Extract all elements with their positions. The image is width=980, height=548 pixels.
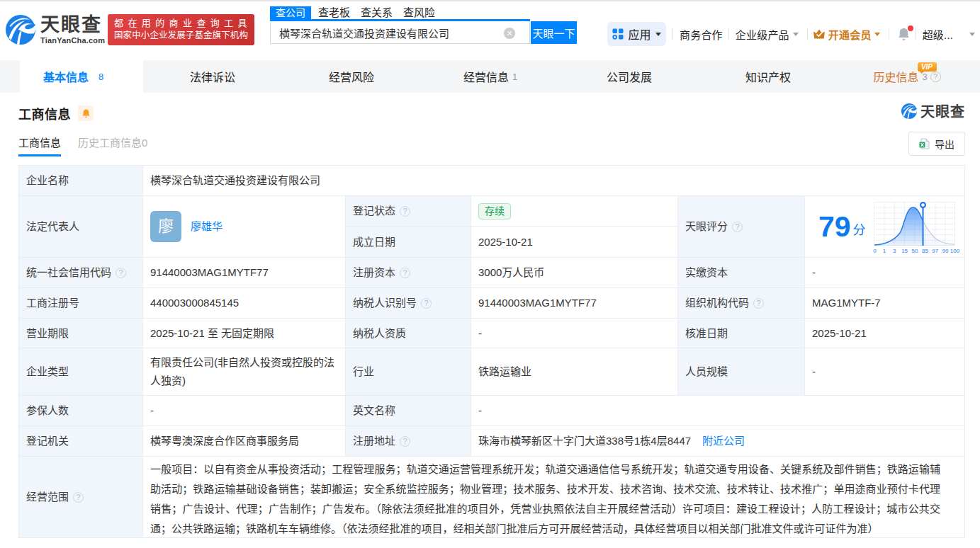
- subtab-history-business-info[interactable]: 历史工商信息0: [78, 135, 147, 156]
- help-icon[interactable]: ?: [421, 298, 432, 309]
- tab-label: 公司发展: [607, 68, 652, 85]
- value-english-name: -: [471, 396, 965, 426]
- text-reg-capital-value: 3000万人民币: [478, 263, 544, 282]
- tab-operation-risk[interactable]: 经营风险: [282, 60, 421, 93]
- score-value: 79 分: [818, 213, 866, 241]
- tab-intellectual-property[interactable]: 知识产权: [699, 60, 838, 93]
- text-approval-date-value: 2025-10-21: [812, 324, 867, 343]
- separator: [889, 28, 889, 40]
- watermark-text: 天眼查: [920, 101, 965, 121]
- label-approval-date: 核准日期: [678, 319, 805, 348]
- crown-icon: [813, 28, 826, 40]
- user-menu[interactable]: 超级...: [923, 27, 954, 42]
- svg-text:3: 3: [893, 248, 896, 253]
- help-icon[interactable]: ?: [73, 492, 84, 503]
- header-menu: 应用 商务合作 企业级产品 开通会员 超级...: [607, 22, 975, 46]
- svg-text:97: 97: [932, 248, 938, 253]
- help-icon[interactable]: ?: [732, 222, 743, 232]
- value-staff-size: -: [805, 348, 965, 396]
- svg-text:50: 50: [911, 248, 918, 253]
- value-legal-rep: 廖 廖雄华: [143, 196, 346, 258]
- search-input[interactable]: [271, 27, 497, 39]
- label-org-code: 组织机构代码?: [678, 288, 805, 319]
- help-icon[interactable]: ?: [116, 268, 126, 278]
- value-insured-count: -: [143, 396, 346, 426]
- label-taxpayer-quality: 纳税人资质: [346, 319, 471, 348]
- label-company-type: 企业类型: [19, 348, 143, 396]
- value-establish-date: 2025-10-21: [471, 227, 678, 258]
- legal-rep-link[interactable]: 廖雄华: [191, 217, 223, 236]
- value-reg-capital: 3000万人民币: [471, 258, 678, 288]
- export-label: 导出: [935, 137, 954, 151]
- search-tab-company[interactable]: 查公司: [270, 6, 311, 19]
- search-tab-risk[interactable]: 查风险: [403, 6, 435, 19]
- subscribe-bell-button[interactable]: [78, 105, 94, 121]
- logo-en: TianYanCha.com: [40, 36, 105, 45]
- text-business-scope-label: 经营范围: [26, 488, 69, 506]
- help-icon[interactable]: ?: [400, 206, 410, 217]
- enterprise-caret-icon: [793, 33, 799, 36]
- value-reg-number: 440003000845145: [143, 288, 346, 319]
- legal-rep-avatar[interactable]: 廖: [150, 211, 181, 242]
- text-english-name-label: 英文名称: [353, 401, 395, 420]
- label-reg-address: 注册地址?: [346, 426, 471, 457]
- tab-company-development[interactable]: 公司发展: [560, 60, 699, 93]
- separator: [728, 28, 729, 40]
- user-caret-icon[interactable]: [969, 33, 975, 36]
- export-button[interactable]: 导出: [908, 132, 965, 156]
- text-paid-capital-value: -: [812, 263, 816, 282]
- label-english-name: 英文名称: [346, 396, 471, 426]
- clear-search-icon[interactable]: ✕: [504, 28, 515, 39]
- open-vip-menu[interactable]: 开通会员: [813, 27, 880, 42]
- text-reg-number-label: 工商注册号: [26, 294, 79, 312]
- text-taxpayer-quality-label: 纳税人资质: [353, 324, 406, 343]
- separator: [807, 28, 808, 40]
- tab-basic-info[interactable]: 基本信息 8: [20, 60, 143, 93]
- business-coop-link[interactable]: 商务合作: [680, 27, 723, 42]
- notifications-button[interactable]: [897, 27, 911, 41]
- search-tab-boss[interactable]: 查老板: [318, 6, 350, 19]
- enterprise-products-menu[interactable]: 企业级产品: [736, 27, 799, 42]
- subtabs: 工商信息 历史工商信息0: [18, 135, 147, 156]
- help-icon[interactable]: ?: [400, 436, 410, 447]
- label-establish-date: 成立日期: [346, 227, 471, 258]
- label-staff-size: 人员规模: [678, 348, 805, 396]
- help-icon[interactable]: ?: [753, 298, 764, 309]
- text-legal-rep-avatar: 廖: [158, 217, 174, 236]
- logo-text[interactable]: 天眼查 TianYanCha.com: [40, 14, 105, 45]
- search-tab-relation[interactable]: 查关系: [361, 6, 393, 19]
- text-insured-count-label: 参保人数: [26, 401, 69, 420]
- tab-label: 基本信息: [43, 68, 89, 85]
- text-staff-size-value: -: [812, 363, 816, 381]
- value-company-name: 横琴深合轨道交通投资建设有限公司: [143, 166, 965, 196]
- search-button[interactable]: 天眼一下: [531, 21, 577, 44]
- tab-legal[interactable]: 法律诉讼: [143, 60, 282, 93]
- text-paid-capital-label: 实缴资本: [685, 263, 728, 282]
- enterprise-products-label: 企业级产品: [736, 27, 789, 42]
- text-company-name-value: 横琴深合轨道交通投资建设有限公司: [150, 171, 320, 190]
- label-credit-code: 统一社会信用代码?: [19, 258, 143, 288]
- text-english-name-value: -: [478, 401, 482, 420]
- value-credit-code: 91440003MAG1MYTF77: [143, 258, 346, 288]
- text-taxpayer-id-label: 纳税人识别号: [353, 294, 417, 312]
- nearby-companies-link[interactable]: 附近公司: [702, 432, 745, 450]
- svg-text:85: 85: [922, 248, 928, 253]
- apps-grid-icon: [612, 28, 624, 40]
- tab-label: 知识产权: [745, 68, 791, 85]
- tab-operation-info[interactable]: 经营信息 1: [421, 60, 560, 93]
- tianyancha-logo-icon[interactable]: [6, 15, 35, 45]
- text-reg-authority-label: 登记机关: [26, 432, 69, 450]
- logo-cn: 天眼查: [40, 14, 105, 35]
- top-header: 天眼查 TianYanCha.com 都在用的商业查询工具 国家中小企业发展子基…: [0, 1, 980, 60]
- tab-history-info[interactable]: 历史信息 3 ? VIP: [838, 60, 976, 93]
- help-icon[interactable]: ?: [400, 268, 410, 278]
- apps-menu[interactable]: 应用: [607, 22, 666, 46]
- section-header-row: 工商信息: [18, 104, 94, 122]
- search-tabs: 查公司 查老板 查关系 查风险: [270, 6, 576, 19]
- help-icon[interactable]: ?: [930, 72, 941, 82]
- brand-slogan-banner: 都在用的商业查询工具 国家中小企业发展子基金旗下机构: [108, 14, 254, 45]
- company-nav-tabs: 基本信息 8 法律诉讼 经营风险 经营信息 1 公司发展 知识产权 历史信息 3…: [0, 60, 980, 93]
- subtab-business-info[interactable]: 工商信息: [18, 135, 61, 156]
- text-establish-date-value: 2025-10-21: [478, 233, 533, 251]
- text-org-code-label: 组织机构代码: [685, 294, 749, 312]
